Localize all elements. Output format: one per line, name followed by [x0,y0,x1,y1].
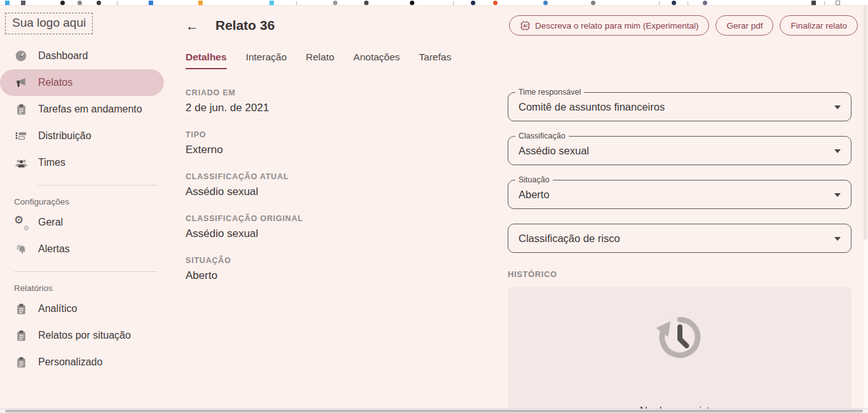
button-label: Descreva o relato para mim (Experimental… [535,21,698,30]
select-label: Situação [515,175,553,184]
chevron-down-icon [834,105,841,109]
sidebar-item-analitico[interactable]: Analítico [0,295,169,322]
favicon[interactable] [333,1,337,5]
sidebar-item-label: Analítico [38,303,77,315]
sidebar-item-geral[interactable]: ⚙⚙ Geral [0,209,169,236]
sidebar-item-alertas[interactable]: Alertas [0,236,169,262]
favicon[interactable] [824,1,825,5]
select-value: Aberto [519,189,550,201]
sidebar-item-label: Distribuição [38,130,92,142]
sidebar-item-label: Geral [38,217,63,228]
favicon[interactable] [688,1,688,5]
sidebar-item-label: Personalizado [38,356,102,368]
sidebar-divider [14,271,158,272]
sidebar-item-label: Relatos [38,77,72,88]
favicon[interactable] [659,1,660,5]
select-classificacao-de-risco[interactable]: Classificação de risco [508,224,851,253]
favicon[interactable] [296,1,297,5]
history-icon [653,311,707,367]
favicon[interactable] [672,1,676,5]
describe-report-button[interactable]: AI Descreva o relato para mim (Experimen… [509,15,709,36]
favicon[interactable] [410,1,414,5]
sidebar-item-times[interactable]: Times [0,149,169,176]
chevron-down-icon [834,149,841,153]
field-tipo: TIPO Externo [186,130,508,156]
finalize-report-button[interactable]: Finalizar relato [780,15,858,36]
favicon[interactable] [811,1,816,5]
bells-icon [14,243,28,255]
tab-detalhes[interactable]: Detalhes [186,51,227,69]
favicon[interactable] [453,1,454,5]
details-panel: CRIADO EM 2 de jun. de 2021 TIPO Externo… [169,88,868,413]
select-time-responsavel[interactable]: Time responsável Comitê de assuntos fina… [508,92,851,121]
select-value: Classificação de risco [519,233,620,245]
field-label: SITUAÇÃO [186,256,508,265]
field-label: CRIADO EM [186,88,508,97]
favicon[interactable] [21,1,25,5]
sidebar-item-relatos-por-situacao[interactable]: Relatos por situação [0,322,169,349]
svg-text:AI: AI [523,24,527,28]
vertical-scrollbar-thumb[interactable] [864,6,867,240]
favicon[interactable] [543,1,548,5]
sidebar-item-label: Times [38,157,65,168]
horizontal-scrollbar-thumb[interactable] [5,410,863,412]
page-header: ← Relato 36 AI Descreva o relato para mi… [169,15,868,36]
page-title: Relato 36 [215,18,275,33]
logo-placeholder[interactable]: Sua logo aqui [5,13,93,34]
gauge-icon [14,50,28,62]
field-value: 2 de jun. de 2021 [186,102,508,114]
favicon[interactable] [198,1,203,5]
clipboard-icon [14,104,28,116]
sidebar-section-relatorios: Relatórios [14,283,169,293]
form-column: Time responsável Comitê de assuntos fina… [508,88,851,413]
select-value: Assédio sexual [519,145,589,157]
sidebar-divider [38,185,158,186]
chevron-down-icon [834,193,841,197]
tab-tarefas[interactable]: Tarefas [419,51,451,69]
select-value: Comitê de assuntos financeiros [519,101,665,113]
field-label: CLASSIFICAÇÃO ORIGINAL [186,214,508,223]
favicon[interactable] [364,1,369,5]
favicon[interactable] [471,1,475,5]
sidebar-item-relatos[interactable]: Relatos [0,69,164,96]
sidebar-item-label: Alertas [38,243,70,255]
favicon[interactable] [60,1,65,5]
sidebar-item-distribuicao[interactable]: Distribuição [0,123,169,149]
horizontal-scrollbar[interactable] [0,409,868,413]
sliders-icon [14,130,28,142]
sidebar-item-personalizado[interactable]: Personalizado [0,349,169,376]
generate-pdf-button[interactable]: Gerar pdf [715,15,773,36]
sidebar-section-configuracoes: Configurações [14,197,169,207]
sidebar-item-label: Tarefas em andamento [38,104,142,115]
field-label: TIPO [186,130,508,139]
tab-interacao[interactable]: Interação [246,51,287,69]
favicon[interactable] [149,1,153,5]
select-label: Time responsável [515,88,584,97]
favicon[interactable] [269,1,274,5]
sidebar-item-dashboard[interactable]: Dashboard [0,43,169,69]
tab-anotacoes[interactable]: Anotações [353,51,400,69]
readonly-fields: CRIADO EM 2 de jun. de 2021 TIPO Externo… [186,88,508,413]
ai-chip-icon: AI [520,20,531,31]
people-icon [14,156,28,170]
select-classificacao[interactable]: Classificação Assédio sexual [508,136,851,165]
field-classificacao-atual: CLASSIFICAÇÃO ATUAL Assédio sexual [186,172,508,198]
favicon[interactable] [78,1,82,5]
main-content: ← Relato 36 AI Descreva o relato para mi… [169,6,868,409]
favicon[interactable] [493,1,498,5]
favicon[interactable] [5,1,10,5]
back-arrow-icon[interactable]: ← [186,19,199,32]
favicon[interactable] [591,1,595,5]
favicon[interactable] [117,1,118,5]
history-card: Nenhum registro [508,287,851,413]
select-situacao[interactable]: Situação Aberto [508,180,851,209]
sidebar-item-tarefas-em-andamento[interactable]: Tarefas em andamento [0,96,169,123]
tab-relato[interactable]: Relato [306,51,334,69]
favicon[interactable] [703,1,707,5]
favicon[interactable] [97,1,101,5]
clipboard-icon [14,330,28,342]
vertical-scrollbar[interactable] [862,6,868,409]
app-window: Sua logo aqui Dashboard Relatos Tarefas … [0,0,868,413]
favicon[interactable] [836,1,840,5]
sidebar-item-label: Dashboard [38,50,88,62]
